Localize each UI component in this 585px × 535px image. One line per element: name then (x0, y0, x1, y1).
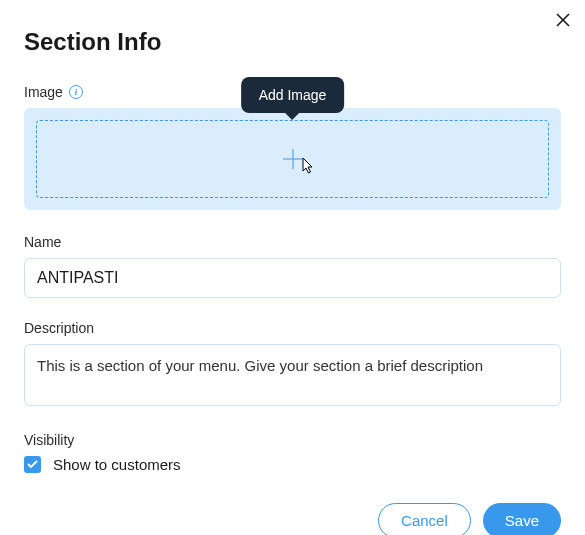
image-dropzone-container: Add Image (24, 108, 561, 210)
name-input[interactable] (24, 258, 561, 298)
name-label: Name (24, 234, 561, 250)
dialog-title: Section Info (24, 28, 561, 56)
image-label: Image (24, 84, 63, 100)
close-button[interactable] (553, 10, 573, 30)
button-row: Cancel Save (24, 503, 561, 535)
show-to-customers-checkbox[interactable] (24, 456, 41, 473)
save-button[interactable]: Save (483, 503, 561, 535)
description-input[interactable] (24, 344, 561, 406)
description-label: Description (24, 320, 561, 336)
close-icon (556, 13, 570, 27)
cancel-button[interactable]: Cancel (378, 503, 471, 535)
info-icon[interactable]: i (69, 85, 83, 99)
image-dropzone[interactable]: Add Image (36, 120, 549, 198)
show-to-customers-label: Show to customers (53, 456, 181, 473)
checkmark-icon (27, 459, 38, 470)
visibility-row: Show to customers (24, 456, 561, 473)
plus-icon (282, 148, 304, 170)
add-image-tooltip: Add Image (241, 77, 345, 113)
visibility-label: Visibility (24, 432, 561, 448)
